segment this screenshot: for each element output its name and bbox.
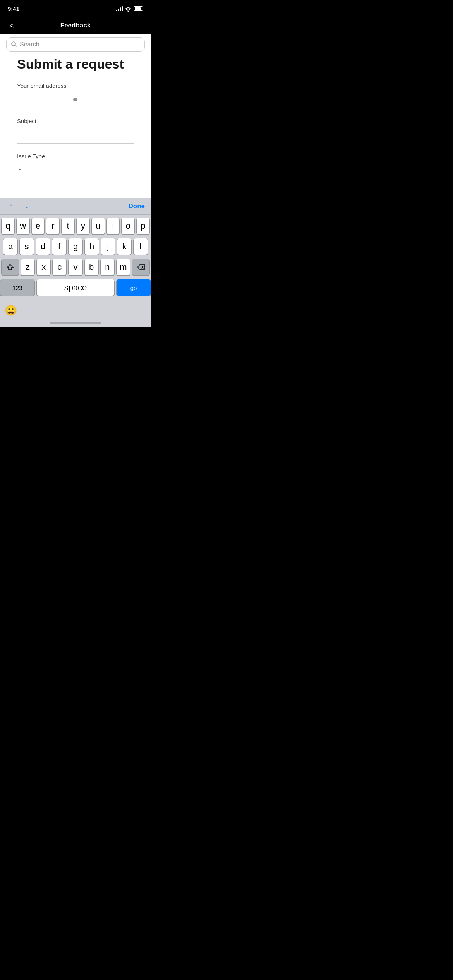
- numbers-key[interactable]: 123: [0, 279, 34, 296]
- key-l[interactable]: l: [134, 238, 148, 255]
- keyboard-done-button[interactable]: Done: [129, 202, 145, 210]
- backspace-key[interactable]: [132, 259, 149, 275]
- key-u[interactable]: u: [92, 218, 105, 234]
- key-t[interactable]: t: [62, 218, 74, 234]
- key-w[interactable]: w: [17, 218, 29, 234]
- go-key[interactable]: go: [117, 279, 151, 296]
- key-a[interactable]: a: [3, 238, 17, 255]
- key-x[interactable]: x: [37, 259, 50, 275]
- subject-input[interactable]: [17, 127, 134, 144]
- signal-icon: [116, 6, 123, 11]
- next-field-button[interactable]: ↓: [22, 200, 32, 212]
- key-q[interactable]: q: [2, 218, 14, 234]
- key-h[interactable]: h: [85, 238, 99, 255]
- battery-icon: [134, 6, 143, 11]
- keyboard-row-3: z x c v b n m: [2, 259, 149, 275]
- key-r[interactable]: r: [46, 218, 59, 234]
- key-f[interactable]: f: [52, 238, 66, 255]
- form-title: Submit a request: [17, 57, 134, 72]
- search-bar[interactable]: Search: [6, 37, 145, 52]
- keyboard-toolbar-row: ↑ ↓ Done: [0, 198, 151, 215]
- key-b[interactable]: b: [85, 259, 98, 275]
- email-field-group: Your email address: [17, 82, 134, 108]
- email-input-wrapper[interactable]: [17, 91, 134, 108]
- issue-type-value[interactable]: -: [17, 162, 134, 175]
- key-p[interactable]: p: [137, 218, 149, 234]
- nav-bar: < Feedback: [0, 17, 151, 34]
- home-indicator-container: [0, 318, 151, 327]
- subject-field-group: Subject: [17, 118, 134, 144]
- status-time: 9:41: [8, 5, 19, 12]
- back-button[interactable]: <: [6, 18, 17, 33]
- space-key[interactable]: space: [37, 279, 114, 296]
- keyboard-row-2: a s d f g h j k l: [2, 238, 149, 255]
- keyboard-toolbar: ↑ ↓ Done q w e r t y u i o p a: [0, 198, 151, 327]
- prev-field-button[interactable]: ↑: [6, 200, 16, 212]
- subject-label: Subject: [17, 118, 134, 124]
- wifi-icon: [125, 6, 131, 11]
- email-label: Your email address: [17, 82, 134, 89]
- key-k[interactable]: k: [117, 238, 131, 255]
- search-bar-container: Search: [0, 34, 151, 57]
- nav-title: Feedback: [60, 22, 91, 29]
- status-icons: [116, 6, 143, 11]
- key-n[interactable]: n: [101, 259, 114, 275]
- key-i[interactable]: i: [107, 218, 120, 234]
- key-z[interactable]: z: [21, 259, 34, 275]
- key-m[interactable]: m: [117, 259, 130, 275]
- key-d[interactable]: d: [36, 238, 50, 255]
- svg-point-0: [128, 11, 129, 12]
- svg-line-2: [15, 45, 16, 46]
- keyboard-row-1: q w e r t y u i o p: [2, 218, 149, 234]
- status-bar: 9:41: [0, 0, 151, 17]
- emoji-button[interactable]: 😀: [3, 303, 19, 318]
- key-j[interactable]: j: [101, 238, 115, 255]
- issue-type-field-group: Issue Type -: [17, 153, 134, 175]
- form-area: Submit a request Your email address Subj…: [0, 57, 151, 175]
- key-c[interactable]: c: [53, 259, 66, 275]
- issue-type-label: Issue Type: [17, 153, 134, 159]
- shift-key[interactable]: [2, 259, 19, 275]
- search-placeholder: Search: [20, 41, 39, 48]
- key-o[interactable]: o: [122, 218, 134, 234]
- content-area: Search Submit a request Your email addre…: [0, 34, 151, 327]
- keyboard-row-4: 123 space go: [2, 279, 149, 296]
- key-y[interactable]: y: [77, 218, 89, 234]
- search-icon: [11, 41, 17, 48]
- home-indicator: [50, 322, 101, 324]
- key-v[interactable]: v: [69, 259, 82, 275]
- key-g[interactable]: g: [69, 238, 82, 255]
- keyboard: q w e r t y u i o p a s d f g h j k: [0, 215, 151, 302]
- email-input[interactable]: [17, 91, 134, 108]
- key-e[interactable]: e: [32, 218, 45, 234]
- key-s[interactable]: s: [20, 238, 34, 255]
- bottom-extras: 😀: [0, 302, 151, 318]
- toolbar-arrows: ↑ ↓: [6, 200, 32, 212]
